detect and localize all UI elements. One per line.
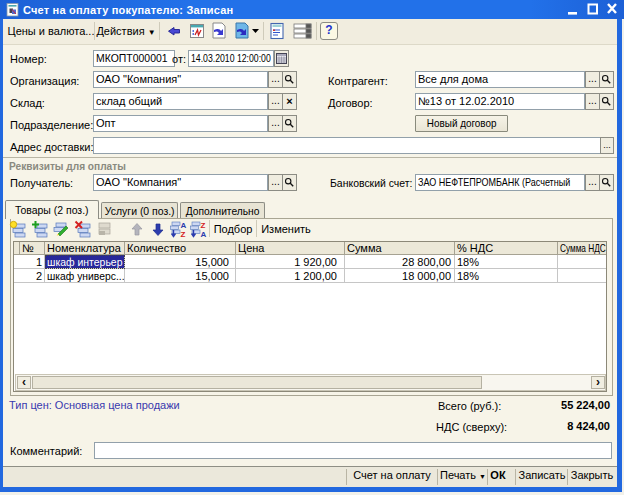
- svg-text:Z: Z: [181, 230, 186, 239]
- svg-text:A: A: [201, 230, 207, 239]
